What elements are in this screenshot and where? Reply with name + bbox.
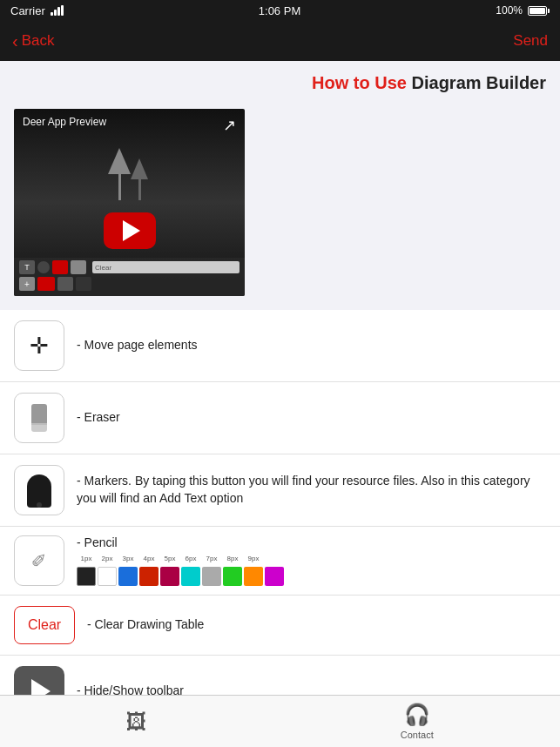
play-triangle	[123, 220, 140, 241]
color-white[interactable]	[98, 567, 117, 586]
video-preview[interactable]: Deer App Preview ↗ T	[14, 109, 245, 296]
back-label: Back	[22, 32, 55, 50]
pencil-icon-box: ✏	[14, 535, 64, 586]
carrier-label: Carrier	[10, 4, 45, 17]
eraser-icon-box	[14, 393, 64, 443]
feature-row-clear: Clear - Clear Drawing Table	[0, 596, 560, 656]
feature-row-markers: - Markers. By taping this button you wil…	[0, 454, 560, 527]
contact-tab-label: Contact	[401, 730, 434, 740]
pencil-label: - Pencil	[77, 535, 546, 549]
youtube-play-icon	[104, 212, 156, 249]
move-description: - Move page elements	[77, 337, 546, 354]
status-bar: Carrier 1:06 PM 100%	[0, 0, 560, 21]
move-icon-box: ✛	[14, 320, 64, 371]
pencil-color-row	[77, 567, 546, 586]
battery-icon	[528, 6, 550, 16]
px-4: 4px	[139, 555, 159, 562]
nav-bar: ‹ Back Send	[0, 21, 560, 61]
pencil-size-row: 1px 2px 3px 4px 5px 6px 7px 8px 9px	[77, 555, 546, 562]
back-chevron-icon: ‹	[12, 31, 18, 51]
status-right: 100%	[496, 4, 550, 17]
tab-home[interactable]: 🖼	[126, 710, 147, 734]
px-6: 6px	[181, 555, 200, 562]
tab-bar: 🖼 🎧 Contact	[0, 695, 560, 747]
marker-icon-box	[14, 465, 64, 515]
wifi-icon	[51, 5, 64, 16]
tab-contact[interactable]: 🎧 Contact	[401, 703, 434, 740]
px-2: 2px	[98, 555, 117, 562]
contact-tab-icon: 🎧	[404, 703, 430, 727]
title-black2: Diagram Builder	[412, 73, 546, 92]
color-green[interactable]	[223, 567, 242, 586]
px-3: 3px	[118, 555, 138, 562]
content-scroll: How to Use Diagram Builder Deer App Prev…	[0, 61, 560, 747]
markers-description: - Markers. By taping this button you wil…	[77, 473, 546, 507]
video-bottom-bar: T Clear +	[14, 258, 245, 296]
px-5: 5px	[160, 555, 179, 562]
pencil-options: - Pencil 1px 2px 3px 4px 5px 6px 7px 8px…	[77, 535, 546, 586]
color-red[interactable]	[139, 567, 159, 586]
marker-icon	[27, 474, 51, 506]
battery-percent: 100%	[496, 4, 523, 17]
clear-button[interactable]: Clear	[14, 606, 75, 644]
home-tab-icon: 🖼	[126, 710, 147, 734]
video-share-icon[interactable]: ↗	[223, 116, 236, 135]
video-title-text: Deer App Preview	[23, 116, 106, 128]
pencil-icon: ✏	[25, 547, 52, 574]
color-cyan[interactable]	[181, 567, 200, 586]
title-red: How to Use	[312, 73, 407, 92]
color-orange[interactable]	[244, 567, 263, 586]
move-icon: ✛	[30, 333, 49, 360]
color-darkred[interactable]	[160, 567, 179, 586]
px-7: 7px	[202, 555, 221, 562]
color-blue[interactable]	[118, 567, 138, 586]
px-9: 9px	[244, 555, 263, 562]
px-8: 8px	[223, 555, 242, 562]
status-left: Carrier	[10, 4, 64, 17]
feature-row-move: ✛ - Move page elements	[0, 310, 560, 382]
clear-description: - Clear Drawing Table	[87, 616, 546, 634]
back-button[interactable]: ‹ Back	[12, 31, 54, 51]
eraser-description: - Eraser	[77, 409, 546, 427]
color-purple[interactable]	[265, 567, 284, 586]
feature-row-pencil: ✏ - Pencil 1px 2px 3px 4px 5px 6px 7px 8…	[0, 527, 560, 596]
eraser-icon	[31, 404, 47, 432]
feature-row-eraser: - Eraser	[0, 382, 560, 454]
color-gray[interactable]	[202, 567, 221, 586]
time-display: 1:06 PM	[259, 4, 300, 17]
px-1: 1px	[77, 555, 96, 562]
video-title-bar: Deer App Preview	[23, 116, 106, 128]
page-title: How to Use Diagram Builder	[0, 61, 560, 102]
color-black[interactable]	[77, 567, 96, 586]
send-button[interactable]: Send	[513, 32, 548, 50]
